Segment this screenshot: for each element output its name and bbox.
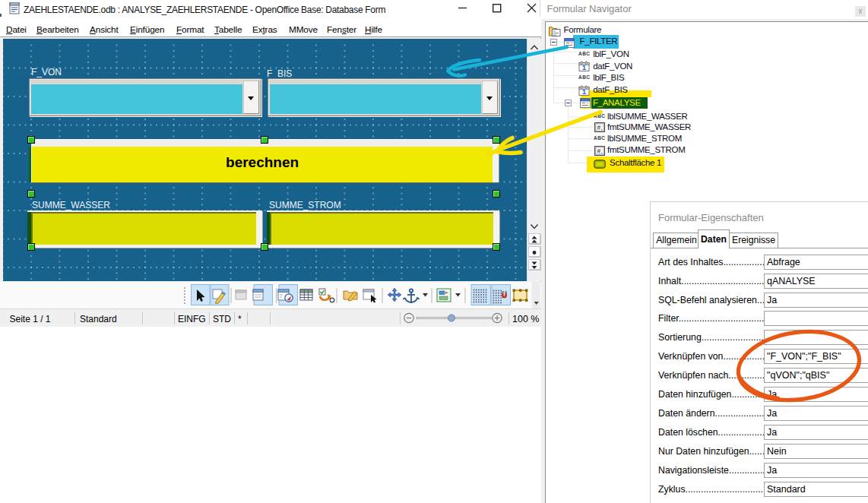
svg-text:#.: #. (597, 147, 603, 155)
svg-text:1: 1 (581, 87, 586, 96)
svg-text:#.: #. (597, 123, 603, 131)
svg-text:1: 1 (581, 63, 586, 71)
